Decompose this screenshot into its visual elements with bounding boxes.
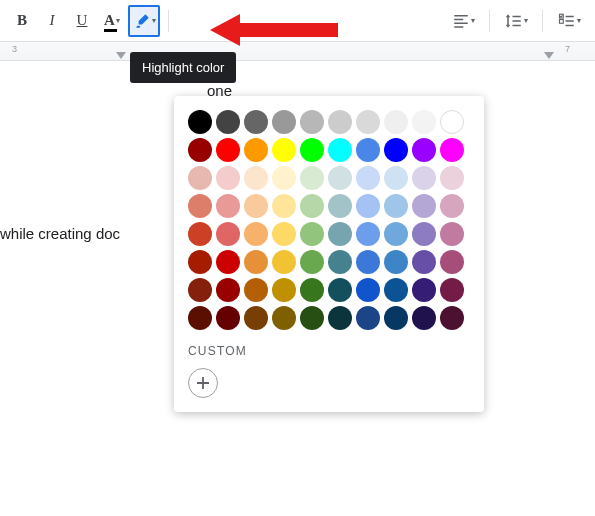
color-swatch[interactable] [188, 194, 212, 218]
svg-rect-2 [238, 23, 338, 37]
color-swatch[interactable] [440, 110, 464, 134]
color-swatch[interactable] [356, 166, 380, 190]
color-swatch[interactable] [244, 278, 268, 302]
color-swatch[interactable] [328, 222, 352, 246]
color-swatch[interactable] [244, 194, 268, 218]
color-swatch[interactable] [272, 138, 296, 162]
color-swatch[interactable] [440, 278, 464, 302]
color-swatch[interactable] [412, 166, 436, 190]
color-swatch[interactable] [384, 278, 408, 302]
toolbar-separator [542, 10, 543, 32]
swatch-grid [188, 110, 470, 330]
color-swatch[interactable] [272, 278, 296, 302]
color-swatch[interactable] [384, 222, 408, 246]
svg-rect-1 [559, 19, 563, 23]
color-swatch[interactable] [272, 222, 296, 246]
color-swatch[interactable] [356, 306, 380, 330]
color-swatch[interactable] [356, 222, 380, 246]
color-swatch[interactable] [244, 250, 268, 274]
color-swatch[interactable] [188, 138, 212, 162]
color-swatch[interactable] [384, 250, 408, 274]
color-swatch[interactable] [440, 194, 464, 218]
color-swatch[interactable] [412, 250, 436, 274]
color-swatch[interactable] [216, 250, 240, 274]
color-swatch[interactable] [244, 306, 268, 330]
color-swatch[interactable] [216, 138, 240, 162]
color-swatch[interactable] [384, 194, 408, 218]
color-swatch[interactable] [272, 166, 296, 190]
color-swatch[interactable] [328, 194, 352, 218]
color-swatch[interactable] [244, 110, 268, 134]
color-swatch[interactable] [244, 222, 268, 246]
list-button[interactable]: ▾ [551, 7, 587, 35]
indent-marker-right[interactable] [544, 52, 554, 60]
color-swatch[interactable] [300, 250, 324, 274]
color-swatch[interactable] [272, 250, 296, 274]
color-swatch[interactable] [440, 222, 464, 246]
color-swatch[interactable] [356, 110, 380, 134]
color-swatch[interactable] [216, 110, 240, 134]
color-swatch[interactable] [216, 306, 240, 330]
line-spacing-button[interactable]: ▾ [498, 7, 534, 35]
toolbar-separator [168, 10, 169, 32]
italic-button[interactable]: I [38, 7, 66, 35]
color-swatch[interactable] [216, 278, 240, 302]
color-swatch[interactable] [300, 306, 324, 330]
color-swatch[interactable] [412, 194, 436, 218]
underline-button[interactable]: U [68, 7, 96, 35]
color-swatch[interactable] [188, 166, 212, 190]
color-swatch[interactable] [328, 166, 352, 190]
color-swatch[interactable] [356, 250, 380, 274]
custom-section-label: CUSTOM [188, 344, 470, 358]
color-swatch[interactable] [412, 306, 436, 330]
color-swatch[interactable] [328, 250, 352, 274]
color-swatch[interactable] [216, 222, 240, 246]
color-swatch[interactable] [300, 222, 324, 246]
color-swatch[interactable] [188, 250, 212, 274]
bold-button[interactable]: B [8, 7, 36, 35]
color-swatch[interactable] [356, 278, 380, 302]
color-swatch[interactable] [412, 222, 436, 246]
color-swatch[interactable] [440, 306, 464, 330]
color-swatch[interactable] [384, 306, 408, 330]
color-swatch[interactable] [272, 194, 296, 218]
align-button[interactable]: ▾ [445, 7, 481, 35]
color-swatch[interactable] [356, 194, 380, 218]
doc-text[interactable]: while creating doc [0, 225, 120, 242]
highlight-color-button[interactable]: ▾ [128, 5, 160, 37]
color-swatch[interactable] [300, 194, 324, 218]
color-swatch[interactable] [440, 250, 464, 274]
color-swatch[interactable] [300, 138, 324, 162]
add-custom-color-button[interactable] [188, 368, 218, 398]
color-swatch[interactable] [188, 222, 212, 246]
color-swatch[interactable] [384, 166, 408, 190]
color-swatch[interactable] [244, 166, 268, 190]
color-swatch[interactable] [356, 138, 380, 162]
color-swatch[interactable] [216, 166, 240, 190]
color-swatch[interactable] [328, 138, 352, 162]
color-swatch[interactable] [384, 138, 408, 162]
color-swatch[interactable] [188, 110, 212, 134]
color-swatch[interactable] [272, 110, 296, 134]
color-swatch[interactable] [412, 110, 436, 134]
color-swatch[interactable] [328, 306, 352, 330]
color-swatch[interactable] [412, 278, 436, 302]
color-swatch[interactable] [328, 278, 352, 302]
color-swatch[interactable] [440, 138, 464, 162]
color-swatch[interactable] [300, 278, 324, 302]
color-swatch[interactable] [300, 110, 324, 134]
color-swatch[interactable] [328, 110, 352, 134]
color-swatch[interactable] [300, 166, 324, 190]
text-color-button[interactable]: A ▾ [98, 7, 126, 35]
checklist-icon [558, 12, 576, 30]
color-swatch[interactable] [244, 138, 268, 162]
color-swatch[interactable] [440, 166, 464, 190]
color-swatch[interactable] [188, 278, 212, 302]
color-swatch[interactable] [188, 306, 212, 330]
indent-marker-left[interactable] [116, 52, 126, 60]
color-swatch[interactable] [272, 306, 296, 330]
tooltip: Highlight color [130, 52, 236, 83]
color-swatch[interactable] [384, 110, 408, 134]
color-swatch[interactable] [412, 138, 436, 162]
color-swatch[interactable] [216, 194, 240, 218]
